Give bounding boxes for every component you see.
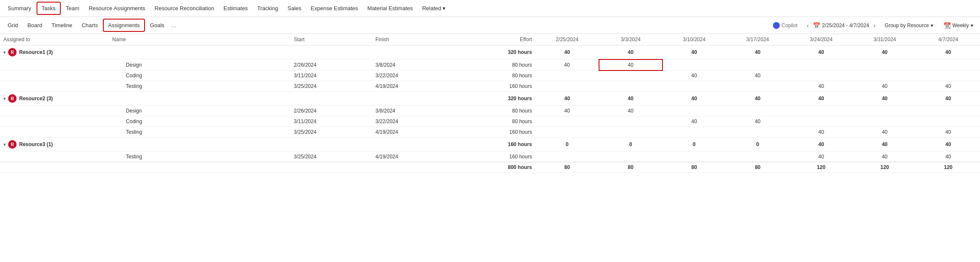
resource-row-2: ▾ R Resource3 (1) 160 hours0000404040 bbox=[0, 138, 980, 152]
copilot-icon bbox=[773, 22, 780, 29]
sub-nav-charts[interactable]: Charts bbox=[77, 20, 102, 31]
nav-tasks[interactable]: Tasks bbox=[37, 2, 61, 15]
task-date-2: 40 bbox=[662, 116, 726, 127]
task-date-6 bbox=[917, 59, 980, 70]
copilot-button[interactable]: Copilot bbox=[770, 20, 801, 31]
task-assigned-cell bbox=[0, 70, 109, 81]
task-date-2 bbox=[662, 106, 726, 116]
total-date-4: 120 bbox=[790, 162, 853, 173]
task-date-4 bbox=[790, 106, 853, 116]
total-effort: 800 hours bbox=[454, 162, 535, 173]
prev-date-button[interactable]: ‹ bbox=[804, 21, 812, 30]
task-date-2 bbox=[662, 127, 726, 138]
task-row-0-1: Coding3/11/20243/22/202480 hours4040 bbox=[0, 70, 980, 81]
next-date-button[interactable]: › bbox=[871, 21, 878, 30]
task-date-0 bbox=[535, 152, 599, 162]
collapse-icon[interactable]: ▾ bbox=[3, 50, 6, 55]
nav-expense-estimates[interactable]: Expense Estimates bbox=[307, 3, 362, 14]
task-start: 3/11/2024 bbox=[290, 116, 372, 127]
resource-date-5: 40 bbox=[853, 45, 916, 59]
nav-resource-assignments[interactable]: Resource Assignments bbox=[85, 3, 150, 14]
collapse-icon[interactable]: ▾ bbox=[3, 96, 6, 101]
task-start: 2/26/2024 bbox=[290, 59, 372, 70]
col-header-effort: Effort bbox=[454, 34, 535, 45]
resource-avatar: R bbox=[8, 94, 17, 103]
nav-sales[interactable]: Sales bbox=[283, 3, 306, 14]
sub-nav-board[interactable]: Board bbox=[23, 20, 47, 31]
col-header-date-4: 3/24/2024 bbox=[790, 34, 853, 45]
task-finish: 4/19/2024 bbox=[372, 81, 454, 92]
resource-avatar: R bbox=[8, 48, 17, 56]
task-date-3 bbox=[726, 106, 789, 116]
resource-empty-0 bbox=[109, 92, 290, 106]
resource-date-2: 0 bbox=[662, 138, 726, 152]
resource-empty-1 bbox=[290, 92, 372, 106]
sub-nav-goals[interactable]: Goals bbox=[146, 20, 169, 31]
task-date-3 bbox=[726, 59, 789, 70]
task-date-6: 40 bbox=[917, 127, 980, 138]
resource-empty-2 bbox=[372, 45, 454, 59]
nav-tracking[interactable]: Tracking bbox=[253, 3, 282, 14]
resource-date-4: 40 bbox=[790, 92, 853, 106]
resource-date-1: 0 bbox=[599, 138, 662, 152]
task-date-5 bbox=[853, 59, 916, 70]
chevron-down-icon: ▾ bbox=[443, 5, 446, 11]
nav-team[interactable]: Team bbox=[62, 3, 84, 14]
col-header-date-1: 3/3/2024 bbox=[599, 34, 662, 45]
task-name: Testing bbox=[109, 152, 290, 162]
resource-assigned-cell: ▾ R Resource3 (1) bbox=[0, 138, 109, 152]
resource-date-0: 0 bbox=[535, 138, 599, 152]
task-date-1 bbox=[599, 81, 662, 92]
total-name-cell bbox=[109, 162, 290, 173]
assignments-table: Assigned to Name Start Finish Effort 2/2… bbox=[0, 34, 980, 173]
task-date-1: 40 bbox=[599, 106, 662, 116]
task-effort: 160 hours bbox=[454, 81, 535, 92]
task-start: 3/25/2024 bbox=[290, 127, 372, 138]
task-date-5 bbox=[853, 116, 916, 127]
resource-date-3: 40 bbox=[726, 92, 789, 106]
sub-nav-assignments[interactable]: Assignments bbox=[103, 19, 145, 32]
more-options-icon[interactable]: … bbox=[170, 21, 179, 29]
group-by-button[interactable]: Group by Resource ▾ bbox=[881, 21, 937, 30]
col-header-date-0: 2/25/2024 bbox=[535, 34, 599, 45]
nav-summary[interactable]: Summary bbox=[3, 3, 36, 14]
task-row-0-0: Design2/26/20243/8/202480 hours4040 bbox=[0, 59, 980, 70]
task-date-0: 40 bbox=[535, 106, 599, 116]
resource-date-4: 40 bbox=[790, 45, 853, 59]
task-start: 3/11/2024 bbox=[290, 70, 372, 81]
nav-material-estimates[interactable]: Material Estimates bbox=[363, 3, 417, 14]
task-start: 2/26/2024 bbox=[290, 106, 372, 116]
collapse-icon[interactable]: ▾ bbox=[3, 142, 6, 147]
resource-empty-0 bbox=[109, 138, 290, 152]
sub-nav-timeline[interactable]: Timeline bbox=[47, 20, 77, 31]
total-assigned-cell bbox=[0, 162, 109, 173]
nav-estimates[interactable]: Estimates bbox=[219, 3, 252, 14]
nav-resource-reconciliation[interactable]: Resource Reconciliation bbox=[151, 3, 219, 14]
resource-name: Resource3 (1) bbox=[19, 141, 53, 147]
nav-related[interactable]: Related ▾ bbox=[418, 3, 450, 14]
total-date-3: 80 bbox=[726, 162, 789, 173]
resource-date-4: 40 bbox=[790, 138, 853, 152]
task-date-6 bbox=[917, 116, 980, 127]
weekly-button[interactable]: 📆 Weekly ▾ bbox=[940, 20, 977, 31]
resource-name: Resource1 (3) bbox=[19, 49, 53, 55]
col-header-date-6: 4/7/2024 bbox=[917, 34, 980, 45]
task-finish: 3/22/2024 bbox=[372, 116, 454, 127]
total-date-6: 120 bbox=[917, 162, 980, 173]
task-name: Design bbox=[109, 59, 290, 70]
resource-empty-2 bbox=[372, 92, 454, 106]
task-row-1-1: Coding3/11/20243/22/202480 hours4040 bbox=[0, 116, 980, 127]
assignments-table-container: Assigned to Name Start Finish Effort 2/2… bbox=[0, 34, 980, 173]
task-date-4: 40 bbox=[790, 81, 853, 92]
task-date-0 bbox=[535, 127, 599, 138]
task-date-3: 40 bbox=[726, 116, 789, 127]
sub-nav-grid[interactable]: Grid bbox=[3, 20, 23, 31]
task-name: Design bbox=[109, 106, 290, 116]
col-header-date-3: 3/17/2024 bbox=[726, 34, 789, 45]
task-date-4 bbox=[790, 116, 853, 127]
task-date-6 bbox=[917, 106, 980, 116]
resource-date-2: 40 bbox=[662, 92, 726, 106]
col-header-date-5: 3/31/2024 bbox=[853, 34, 916, 45]
task-date-1: 40 bbox=[599, 59, 662, 70]
task-assigned-cell bbox=[0, 106, 109, 116]
